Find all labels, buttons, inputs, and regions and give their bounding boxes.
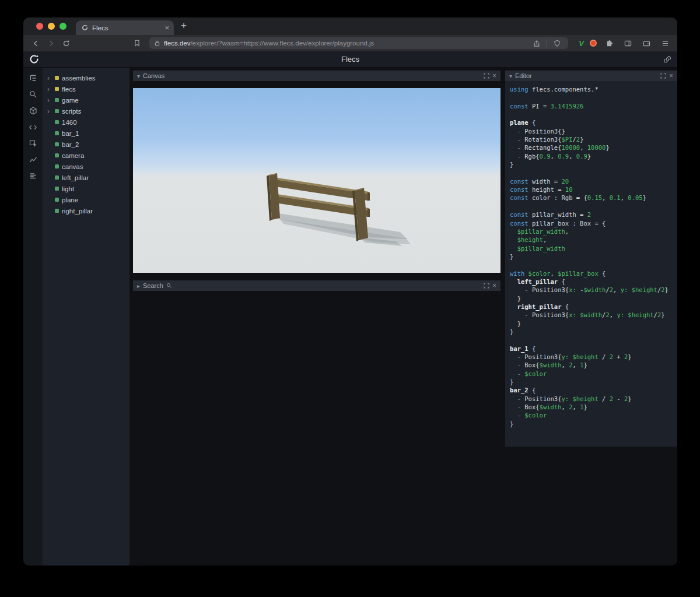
sidebar-toggle-icon[interactable] (621, 37, 634, 49)
url-path: /explorer/?wasm=https://www.flecs.dev/ex… (190, 40, 374, 47)
back-button[interactable] (29, 37, 42, 49)
new-tab-button[interactable]: + (181, 20, 187, 31)
tab-title: Flecs (92, 24, 160, 31)
tree-item-canvas[interactable]: ›canvas (43, 161, 130, 172)
code-line: } (510, 378, 673, 386)
expand-arrow-icon[interactable]: › (47, 75, 52, 82)
chart-icon[interactable] (27, 155, 39, 164)
center-column: ▾ Canvas × (130, 68, 505, 566)
page-title: Flecs (23, 55, 677, 64)
tree-item-left_pillar[interactable]: ›left_pillar (43, 172, 130, 183)
share-link-icon[interactable] (663, 55, 671, 64)
tree-item-bar_2[interactable]: ›bar_2 (43, 139, 130, 150)
entity-color-square (55, 120, 59, 124)
code-icon[interactable] (27, 122, 39, 132)
inspector-icon[interactable] (27, 139, 39, 148)
tree-view-icon[interactable] (27, 73, 39, 83)
collapse-chevron-icon[interactable]: ▾ (509, 73, 512, 79)
code-line: - Position3{} (510, 127, 673, 135)
window-minimize-button[interactable] (48, 23, 55, 30)
window-zoom-button[interactable] (60, 23, 66, 30)
window-close-button[interactable] (36, 23, 43, 30)
expand-arrow-icon[interactable]: › (47, 97, 52, 104)
url-domain: flecs.dev (164, 40, 190, 47)
code-editor[interactable]: using flecs.components.* const PI = 3.14… (505, 81, 677, 447)
code-line: $height, (510, 236, 673, 244)
forward-button[interactable] (44, 37, 57, 49)
entity-color-square (55, 175, 59, 180)
app-body: ›assemblies›flecs›game›scripts›1460›bar_… (23, 68, 677, 566)
browser-tab[interactable]: Flecs × (76, 20, 174, 35)
entity-color-square (55, 76, 59, 80)
expand-arrow-icon[interactable]: › (47, 86, 52, 93)
code-line (510, 168, 673, 177)
tree-item-bar_1[interactable]: ›bar_1 (43, 128, 130, 139)
tab-close-icon[interactable]: × (164, 24, 169, 31)
tree-item-plane[interactable]: ›plane (43, 194, 130, 205)
tree-item-assemblies[interactable]: ›assemblies (43, 72, 130, 83)
close-panel-icon[interactable]: × (669, 72, 673, 79)
code-line: - Box{$width, 2, 1} (510, 361, 673, 369)
tree-item-light[interactable]: ›light (43, 183, 130, 194)
code-content: using flecs.components.* const PI = 3.14… (510, 85, 673, 428)
reload-button[interactable] (60, 37, 72, 49)
entity-color-square (55, 109, 59, 113)
code-line: - Rgb{0.9, 0.9, 0.9} (510, 152, 673, 160)
code-line: $pillar_width, (510, 227, 673, 236)
lock-icon (154, 40, 160, 47)
code-line: const pillar_box : Box = { (510, 219, 673, 227)
canvas-panel: ▾ Canvas × (133, 71, 501, 273)
code-line: - Rectangle{10000, 10000} (510, 143, 673, 152)
code-line: $pillar_width (510, 244, 673, 252)
entity-label: canvas (62, 163, 83, 170)
code-line: using flecs.components.* (510, 85, 673, 93)
brave-shield-icon[interactable] (551, 37, 564, 49)
stats-icon[interactable] (27, 171, 39, 181)
tree-item-flecs[interactable]: ›flecs (43, 83, 130, 94)
search-icon[interactable] (27, 90, 39, 99)
collapse-chevron-icon[interactable]: ▾ (137, 73, 140, 79)
close-panel-icon[interactable]: × (492, 282, 496, 289)
v-extension-icon[interactable]: V (579, 39, 584, 48)
tree-item-game[interactable]: ›game (43, 94, 130, 106)
entity-color-square (55, 198, 59, 202)
entity-label: left_pillar (62, 174, 89, 181)
extensions-puzzle-icon[interactable] (603, 37, 615, 49)
code-line: - Box{$width, 2, 1} (510, 403, 673, 411)
tree-item-1460[interactable]: ›1460 (43, 117, 130, 128)
expand-arrow-icon[interactable]: › (47, 108, 52, 115)
entity-label: plane (62, 196, 78, 203)
code-line: const color : Rgb = {0.15, 0.1, 0.05} (510, 194, 673, 202)
divider (547, 40, 547, 47)
code-line: const height = 10 (510, 185, 673, 194)
address-bar[interactable]: flecs.dev/explorer/?wasm=https://www.fle… (149, 37, 568, 49)
cube-icon[interactable] (27, 106, 39, 115)
share-icon[interactable] (530, 37, 543, 49)
tool-rail (23, 68, 43, 566)
bookmark-icon[interactable] (131, 37, 144, 49)
entity-label: assemblies (62, 75, 96, 82)
tree-item-scripts[interactable]: ›scripts (43, 106, 130, 117)
canvas-3d-viewport[interactable] (133, 88, 501, 273)
menu-icon[interactable] (659, 37, 671, 49)
collapse-chevron-icon[interactable]: ▸ (137, 283, 140, 289)
code-line: - Position3{y: $height / 2 + 2} (510, 353, 673, 361)
code-line: - Position3{y: $height / 2 - 2} (510, 395, 673, 403)
code-line: } (510, 160, 673, 168)
entity-label: bar_1 (62, 130, 79, 137)
entity-label: 1460 (62, 119, 77, 126)
orange-extension-icon[interactable] (590, 40, 597, 47)
expand-panel-icon[interactable] (484, 283, 489, 289)
app-header: Flecs (23, 51, 677, 68)
tree-item-camera[interactable]: ›camera (43, 150, 130, 161)
wallet-icon[interactable] (640, 37, 653, 49)
expand-panel-icon[interactable] (484, 73, 489, 79)
code-line: } (510, 294, 673, 303)
code-line: } (510, 328, 673, 336)
code-line: const pillar_width = 2 (510, 210, 673, 219)
expand-panel-icon[interactable] (660, 73, 666, 79)
code-line: with $color, $pillar_box { (510, 269, 673, 278)
entity-color-square (55, 98, 59, 102)
close-panel-icon[interactable]: × (492, 72, 496, 79)
tree-item-right_pillar[interactable]: ›right_pillar (43, 205, 130, 216)
